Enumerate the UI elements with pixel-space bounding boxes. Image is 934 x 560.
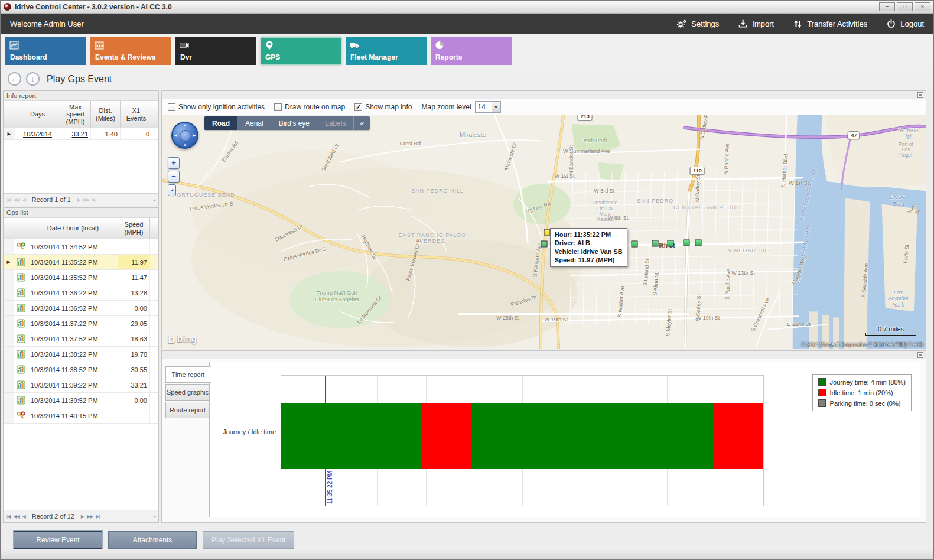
checkbox-icon[interactable]: ✓ [354, 103, 362, 111]
gps-row[interactable]: 10/3/2014 11:34:52 PM [4, 239, 158, 255]
info-pager-resize-handle[interactable]: ◂ [153, 197, 155, 203]
nav-tab-dashboard[interactable]: Dashboard [5, 37, 86, 65]
time-marker-label: 11:35:22 PM [327, 471, 333, 504]
collapse-map-panel-button[interactable] [917, 92, 923, 98]
gps-marker-green[interactable] [668, 240, 674, 247]
map-zoom-out-button[interactable]: − [168, 171, 180, 183]
main-area: Info report DaysMax speed (MPH)Dist. (Mi… [1, 90, 933, 523]
chart-tab-route-report[interactable]: Route report [165, 402, 210, 418]
max-speed-cell[interactable]: 33.21 [60, 128, 91, 139]
gps-pager-text: Record 2 of 12 [32, 513, 74, 520]
gps-row[interactable]: 10/3/2014 11:37:52 PM18.63 [4, 331, 158, 347]
settings-button[interactable]: Settings [676, 19, 719, 29]
map-style-aerial[interactable]: Aerial [237, 116, 271, 130]
nav-tab-events[interactable]: Events & Reviews [90, 37, 171, 65]
gps-marker-yellow[interactable] [544, 229, 550, 236]
time-marker-line [325, 376, 326, 506]
gps-pager-first-button[interactable]: |◀ [6, 514, 10, 519]
idle-segment [422, 403, 470, 469]
info-pager-next-page-button[interactable]: ▶▶ [83, 197, 89, 203]
reports-icon [434, 40, 445, 52]
gps-pager-resize-handle[interactable]: ◂ [153, 514, 155, 519]
row-indicator [4, 285, 14, 300]
map-bar-collapse-button[interactable]: « [353, 116, 370, 130]
checkbox-icon[interactable] [168, 103, 175, 111]
speed-cell: 30.55 [118, 362, 150, 377]
map-style-bird-s-eye[interactable]: Bird's eye [271, 116, 317, 130]
chart-tab-time-report[interactable]: Time report [165, 366, 211, 383]
gps-row[interactable]: 10/3/2014 11:36:52 PM0.00 [4, 301, 158, 316]
info-report-column-header[interactable]: X1 Events [121, 101, 152, 128]
attachments-button[interactable]: Attachments [108, 531, 197, 549]
info-report-panel-title: Info report [4, 91, 158, 101]
gps-list-column-header[interactable]: Date / hour (local) [28, 218, 118, 239]
maximize-button[interactable]: □ [897, 2, 913, 11]
collapse-chart-panel-button[interactable] [917, 352, 923, 358]
review-event-button[interactable]: Review Event [14, 531, 102, 549]
info-pager-prev-button[interactable]: ◀ [22, 197, 25, 203]
gps-pager-prev-page-button[interactable]: ◀◀ [13, 514, 19, 519]
gps-row[interactable]: 10/3/2014 11:38:22 PM19.70 [4, 347, 158, 362]
back-arrow-icon: ← [11, 74, 18, 83]
nav-tab-gps[interactable]: GPS [261, 37, 341, 65]
info-report-row[interactable]: ▶10/3/201433.211.400 [4, 128, 158, 140]
gps-marker-green[interactable] [541, 241, 547, 248]
gps-marker-green[interactable] [684, 240, 690, 246]
nav-tab-dvr[interactable]: Dvr [175, 37, 256, 65]
map-zoom-select[interactable]: 14 ▼ [475, 101, 501, 113]
map-compass-control[interactable]: ▲ ▼ ◀ ▶ [171, 122, 198, 149]
gps-pager-next-page-button[interactable]: ▶▶ [87, 514, 93, 519]
right-column: Show only ignition activitiesDraw route … [161, 90, 926, 523]
info-report-column-header[interactable]: Max speed (MPH) [60, 101, 91, 128]
map-zoom-in-button[interactable]: + [168, 157, 180, 169]
settings-icon [676, 19, 687, 29]
minimize-button[interactable]: – [879, 2, 895, 11]
close-button[interactable]: × [915, 2, 930, 11]
nav-tab-fleet[interactable]: Fleet Manager [346, 37, 427, 65]
down-button[interactable]: ↓ [26, 72, 40, 86]
days-cell[interactable]: 10/3/2014 [15, 128, 60, 139]
map-option-0[interactable]: Show only ignition activities [168, 103, 265, 111]
logout-button[interactable]: Logout [886, 19, 924, 29]
gps-marker-green[interactable] [652, 240, 659, 247]
info-report-column-header[interactable]: Days [15, 101, 60, 128]
gps-pager-last-button[interactable]: ▶| [96, 514, 99, 519]
gps-icon [264, 40, 275, 52]
gps-row[interactable]: 10/3/2014 11:37:22 PM29.05 [4, 316, 158, 331]
map-controls-collapse-button[interactable]: ◂ [168, 184, 176, 196]
journey-segment [281, 403, 422, 469]
row-indicator: ▶ [4, 128, 15, 139]
gps-pager-prev-button[interactable]: ◀ [22, 514, 25, 519]
map-view-bar: RoadAerialBird's eyeLabels« [204, 116, 370, 130]
transfer-icon [793, 19, 803, 29]
gps-row[interactable]: ▶10/3/2014 11:35:22 PM11.97 [4, 255, 158, 270]
checkbox-icon[interactable] [274, 103, 282, 111]
info-pager-first-button[interactable]: |◀ [6, 197, 10, 203]
gps-marker-green[interactable] [632, 240, 638, 247]
map-canvas[interactable]: MiralestePeck ParkW Summerland AveCrest … [162, 115, 926, 349]
gps-row[interactable]: 10/3/2014 11:38:52 PM30.55 [4, 362, 158, 377]
map-style-road[interactable]: Road [204, 116, 237, 130]
map-style-labels: Labels [317, 116, 353, 130]
gps-row[interactable]: 10/3/2014 11:39:22 PM33.21 [4, 377, 158, 393]
transfer-button[interactable]: Transfer Activities [793, 19, 867, 29]
nav-tab-reports[interactable]: Reports [431, 37, 512, 65]
import-button[interactable]: Import [738, 19, 774, 29]
gps-row[interactable]: 10/3/2014 11:40:15 PM [4, 408, 158, 424]
gps-list-column-header[interactable]: Speed (MPH) [118, 218, 150, 239]
info-pager-last-button[interactable]: ▶| [92, 197, 96, 203]
gps-row[interactable]: 10/3/2014 11:35:52 PM11.47 [4, 270, 158, 285]
gps-row[interactable]: 10/3/2014 11:36:22 PM13.28 [4, 285, 158, 301]
tooltip-line: Hour: 11:35:22 PM [555, 230, 623, 239]
info-pager-prev-page-button[interactable]: ◀◀ [13, 197, 19, 203]
info-pager-next-button[interactable]: ▶ [77, 197, 80, 203]
gps-pager-next-button[interactable]: ▶ [81, 514, 84, 519]
chart-tab-speed-graphic[interactable]: Speed graphic [165, 384, 210, 401]
map-option-2[interactable]: ✓Show map info [354, 103, 412, 111]
back-button[interactable]: ← [8, 72, 21, 86]
info-report-rows: ▶10/3/201433.211.400 [4, 128, 158, 140]
map-option-1[interactable]: Draw route on map [274, 103, 345, 111]
gps-row[interactable]: 10/3/2014 11:39:52 PM0.00 [4, 393, 158, 408]
info-report-column-header[interactable]: Dist. (Miles) [91, 101, 121, 128]
gps-marker-green[interactable] [695, 240, 701, 246]
